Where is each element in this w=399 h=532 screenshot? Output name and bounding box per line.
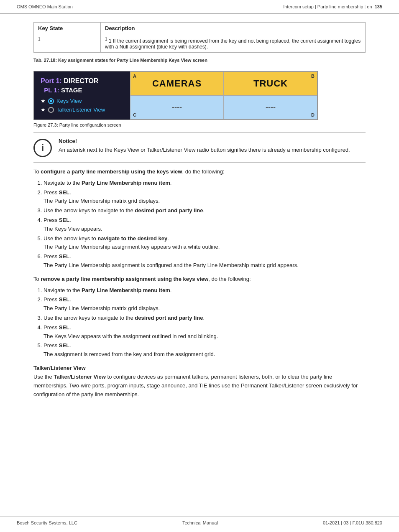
notice-box: i Notice! An asterisk next to the Keys V…	[33, 132, 366, 163]
info-icon: i	[33, 139, 52, 157]
figure-caption: Figure 27.3: Party line configuration sc…	[33, 122, 366, 127]
pls-cell-b: B TRUCK	[224, 71, 317, 96]
list-item: Press SEL.The Keys View appears with the…	[43, 323, 366, 341]
list-item: Use the arrow keys to navigate to the de…	[43, 314, 366, 323]
pls-cell-d: D ----	[224, 96, 317, 120]
list-item: Press SEL.The Party Line Membership assi…	[43, 252, 366, 270]
col-desc-header: Description	[101, 23, 366, 34]
pls-cell-a: A CAMERAS	[130, 71, 224, 96]
dashes-1: ----	[172, 103, 182, 112]
footer-center: Technical Manual	[182, 520, 218, 525]
page-header: OMS OMNEO Main Station Intercom setup | …	[0, 0, 399, 14]
tab-label: Tab. 27.18: Key assignment states for Pa…	[33, 58, 366, 63]
dashes-2: ----	[266, 103, 276, 112]
footer-left: Bosch Security Systems, LLC	[17, 520, 77, 525]
party-line-screen: Port 1: DIRECTOR PL 1: STAGE ★ Keys View…	[33, 71, 318, 120]
cameras-text: CAMERAS	[152, 78, 202, 89]
remove-intro: To remove a party line membership assign…	[33, 275, 366, 284]
notice-text: An asterisk next to the Keys View or Tal…	[59, 146, 366, 154]
pls-keys-view-row: ★ Keys View	[41, 98, 123, 104]
list-item: Press SEL.The Party Line Membership matr…	[43, 188, 366, 206]
keys-view-label: Keys View	[56, 98, 82, 104]
list-item: Navigate to the Party Line Membership me…	[43, 286, 366, 295]
table-cell-key: 1	[34, 34, 101, 53]
header-right: Intercom setup | Party line membership |…	[283, 4, 382, 9]
list-item: Press SEL.The Keys View appears.	[43, 216, 366, 234]
header-left: OMS OMNEO Main Station	[17, 4, 73, 9]
pls-talker-view-row: ★ Talker/Listener View	[41, 107, 123, 113]
notice-title: Notice!	[59, 138, 366, 144]
cell-a-label: A	[133, 74, 136, 79]
page-footer: Bosch Security Systems, LLC Technical Ma…	[0, 517, 399, 525]
pls-port: Port 1: DIRECTOR	[41, 77, 123, 85]
list-item: Press SEL.The Party Line Membership matr…	[43, 295, 366, 313]
main-content: Key State Description 1 1 1 If the curre…	[0, 14, 399, 418]
keys-view-radio	[48, 98, 54, 104]
talker-view-label: Talker/Listener View	[56, 107, 105, 113]
talker-view-radio	[48, 107, 54, 113]
talker-text: Use the Talker/Listener View to configur…	[33, 373, 366, 399]
pls-right-panel: A CAMERAS B TRUCK C ---- D ----	[130, 71, 317, 120]
table-row: 1 1 1 If the current assignment is being…	[34, 34, 366, 53]
cell-c-label: C	[133, 112, 136, 117]
pls-pl: PL 1: STAGE	[41, 87, 123, 94]
truck-text: TRUCK	[253, 78, 288, 89]
talker-section-title: Talker/Listener View	[33, 365, 366, 371]
star-icon-2: ★	[41, 107, 46, 113]
key-state-table: Key State Description 1 1 1 If the curre…	[33, 22, 366, 53]
list-item: Press SEL.The assignment is removed from…	[43, 341, 366, 359]
col-key-header: Key State	[34, 23, 101, 34]
notice-content: Notice! An asterisk next to the Keys Vie…	[59, 138, 366, 157]
configure-intro: To configure a party line membership usi…	[33, 168, 366, 176]
configure-steps: Navigate to the Party Line Membership me…	[43, 179, 366, 270]
list-item: Use the arrow keys to navigate to the de…	[43, 234, 366, 252]
pls-cell-c: C ----	[130, 96, 224, 120]
list-item: Navigate to the Party Line Membership me…	[43, 179, 366, 188]
list-item: Use the arrow keys to navigate to the de…	[43, 206, 366, 215]
cell-b-label: B	[311, 74, 315, 79]
star-icon-1: ★	[41, 98, 46, 104]
remove-steps: Navigate to the Party Line Membership me…	[43, 286, 366, 359]
table-cell-desc: 1 1 If the current assignment is being r…	[101, 34, 366, 53]
footer-right: 01-2021 | 03 | F.01U.380.820	[323, 520, 382, 525]
cell-d-label: D	[311, 112, 315, 117]
pls-left-panel: Port 1: DIRECTOR PL 1: STAGE ★ Keys View…	[34, 71, 130, 120]
